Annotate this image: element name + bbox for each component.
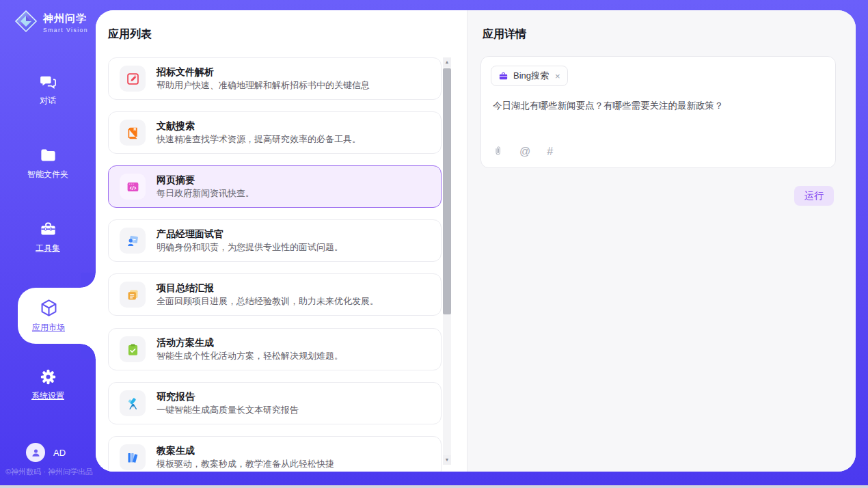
app-desc: 快速精准查找学术资源，提高研究效率的必备工具。 bbox=[157, 133, 361, 146]
app-frame: 神州问学 Smart Vision 对话 智能文件夹 bbox=[0, 0, 868, 485]
app-name: 活动方案生成 bbox=[157, 336, 343, 349]
app-card-pm-interviewer[interactable]: 产品经理面试官 明确身份和职责，为您提供专业性的面试问题。 bbox=[108, 219, 442, 262]
app-name: 教案生成 bbox=[157, 444, 334, 457]
query-input[interactable]: 今日湖北有哪些新闻要点？有哪些需要关注的最新政策？ bbox=[493, 99, 824, 113]
tag-close-icon[interactable]: × bbox=[554, 71, 560, 81]
run-button[interactable]: 运行 bbox=[794, 186, 834, 206]
user-icon bbox=[30, 447, 42, 459]
app-card-event-plan[interactable]: 活动方案生成 智能生成个性化活动方案，轻松解决规划难题。 bbox=[108, 328, 442, 370]
telescope-icon bbox=[120, 390, 146, 416]
scroll-down-button[interactable]: ▼ bbox=[443, 455, 451, 465]
sidebar-item-chat[interactable]: 对话 bbox=[0, 72, 96, 107]
book-icon bbox=[120, 120, 146, 146]
sidebar-item-label: 工具集 bbox=[36, 243, 60, 254]
brand-diamond-icon bbox=[14, 9, 38, 36]
app-card-literature-search[interactable]: 文献搜索 快速精准查找学术资源，提高研究效率的必备工具。 bbox=[108, 111, 442, 154]
attachment-icon[interactable] bbox=[493, 145, 503, 159]
brand-title: 神州问学 bbox=[43, 12, 88, 25]
input-toolbar: @ # bbox=[493, 145, 553, 159]
app-desc: 明确身份和职责，为您提供专业性的面试问题。 bbox=[157, 241, 343, 254]
app-name: 网页摘要 bbox=[157, 174, 254, 186]
user-account[interactable]: AD bbox=[26, 443, 66, 462]
gear-icon bbox=[39, 368, 57, 386]
copyright-text: ©神州数码 · 神州问学出品 bbox=[5, 467, 93, 477]
sidebar-item-smart-folder[interactable]: 智能文件夹 bbox=[0, 146, 96, 180]
brand-subtitle: Smart Vision bbox=[43, 27, 88, 33]
app-list-title: 应用列表 bbox=[108, 27, 152, 42]
books-icon bbox=[120, 444, 146, 470]
doc-edit-icon bbox=[120, 66, 146, 92]
app-detail-title: 应用详情 bbox=[483, 27, 526, 42]
app-name: 文献搜索 bbox=[157, 120, 361, 132]
chat-icon bbox=[39, 72, 57, 91]
app-desc: 智能生成个性化活动方案，轻松解决规划难题。 bbox=[157, 350, 343, 362]
sidebar-item-toolset[interactable]: 工具集 bbox=[0, 220, 96, 254]
app-card-research-report[interactable]: 研究报告 一键智能生成高质量长文本研究报告 bbox=[108, 382, 442, 424]
web-code-icon bbox=[120, 174, 146, 200]
app-desc: 帮助用户快速、准确地理解和解析招标书中的关键信息 bbox=[157, 79, 370, 92]
user-name: AD bbox=[53, 448, 66, 458]
hash-icon[interactable]: # bbox=[547, 146, 553, 157]
app-desc: 模板驱动，教案秒成，教学准备从此轻松快捷 bbox=[157, 458, 334, 470]
cube-icon bbox=[39, 298, 59, 318]
sidebar-item-settings[interactable]: 系统设置 bbox=[0, 368, 96, 402]
scrollbar-thumb[interactable] bbox=[443, 68, 451, 314]
app-name: 招标文件解析 bbox=[157, 66, 370, 78]
app-name: 项目总结汇报 bbox=[157, 282, 379, 294]
folder-icon bbox=[39, 146, 57, 165]
app-list-panel: 应用列表 招标文件解析 帮助用户快速、准确地理解和解析招标书中的关键信息 bbox=[96, 10, 467, 472]
sidebar-item-label: 对话 bbox=[40, 95, 56, 107]
app-list: 招标文件解析 帮助用户快速、准确地理解和解析招标书中的关键信息 文献搜索 bbox=[96, 55, 467, 472]
sidebar: 神州问学 Smart Vision 对话 智能文件夹 bbox=[0, 0, 96, 485]
app-card-project-summary[interactable]: 项目总结汇报 全面回顾项目进展，总结经验教训，助力未来优化发展。 bbox=[108, 273, 442, 316]
clipboard-check-icon bbox=[120, 336, 146, 362]
app-name: 产品经理面试官 bbox=[157, 228, 343, 240]
tool-tag-label: Bing搜索 bbox=[513, 70, 549, 82]
sidebar-item-label: 应用市场 bbox=[32, 322, 65, 334]
tool-tag-bing-search[interactable]: Bing搜索 × bbox=[491, 66, 568, 86]
scroll-up-button[interactable]: ▲ bbox=[443, 57, 451, 67]
prompt-input-card[interactable]: Bing搜索 × 今日湖北有哪些新闻要点？有哪些需要关注的最新政策？ @ # bbox=[480, 56, 836, 168]
sidebar-item-label: 智能文件夹 bbox=[27, 169, 68, 180]
app-desc: 一键智能生成高质量长文本研究报告 bbox=[157, 404, 299, 416]
app-desc: 每日政府新闻资讯快查。 bbox=[157, 187, 254, 200]
main-content: 应用列表 招标文件解析 帮助用户快速、准确地理解和解析招标书中的关键信息 bbox=[96, 10, 856, 472]
app-name: 研究报告 bbox=[157, 390, 299, 403]
app-card-bid-doc-parse[interactable]: 招标文件解析 帮助用户快速、准确地理解和解析招标书中的关键信息 bbox=[108, 57, 442, 100]
interview-icon bbox=[120, 228, 146, 254]
app-desc: 全面回顾项目进展，总结经验教训，助力未来优化发展。 bbox=[157, 295, 379, 308]
briefcase-icon bbox=[498, 71, 508, 81]
brand-logo: 神州问学 Smart Vision bbox=[14, 9, 88, 36]
app-card-lesson-plan[interactable]: 教案生成 模板驱动，教案秒成，教学准备从此轻松快捷 bbox=[108, 436, 442, 472]
list-scrollbar[interactable]: ▲ ▼ bbox=[443, 57, 451, 465]
mention-icon[interactable]: @ bbox=[519, 146, 530, 157]
avatar bbox=[26, 443, 45, 462]
sidebar-item-label: 系统设置 bbox=[31, 390, 64, 402]
app-detail-panel: 应用详情 Bing搜索 × 今日湖北有哪些新闻要点？有哪些需要关注的最新政策？ bbox=[467, 10, 856, 472]
app-card-web-summary[interactable]: 网页摘要 每日政府新闻资讯快查。 bbox=[108, 165, 442, 208]
sidebar-item-app-market[interactable]: 应用市场 bbox=[18, 288, 96, 344]
toolbox-icon bbox=[39, 220, 57, 239]
notes-icon bbox=[120, 282, 146, 308]
